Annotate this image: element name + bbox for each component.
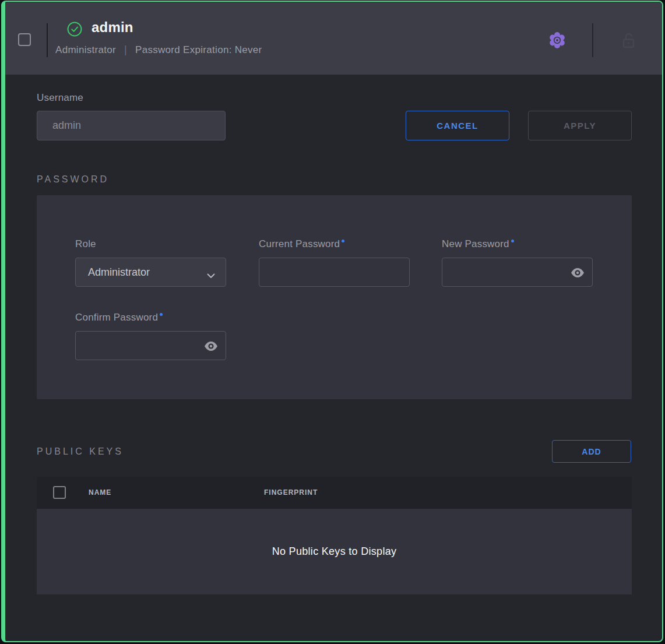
password-card: Role Administrator Current Password New … bbox=[37, 195, 632, 399]
unlock-button[interactable] bbox=[618, 30, 638, 50]
password-expiration-text: Password Expiration: Never bbox=[135, 44, 262, 56]
column-header-fingerprint: FINGERPRINT bbox=[264, 488, 318, 497]
column-header-name: NAME bbox=[89, 488, 111, 497]
user-role-text: Administrator bbox=[55, 44, 116, 56]
role-select[interactable]: Administrator bbox=[75, 258, 226, 287]
role-select-value: Administrator bbox=[88, 266, 150, 279]
confirm-password-label: Confirm Password bbox=[75, 312, 163, 323]
public-keys-section-heading: PUBLIC KEYS bbox=[37, 446, 124, 457]
row-select-checkbox[interactable] bbox=[18, 33, 31, 46]
gear-icon bbox=[547, 44, 568, 52]
add-public-key-button[interactable]: ADD bbox=[552, 440, 631, 463]
subtitle-separator: | bbox=[124, 44, 127, 56]
toggle-password-visibility-button[interactable] bbox=[570, 267, 585, 279]
username-label: Username bbox=[37, 92, 83, 104]
cancel-button[interactable]: CANCEL bbox=[406, 111, 509, 140]
confirm-password-field-wrap bbox=[75, 331, 226, 360]
new-password-label: New Password bbox=[442, 238, 514, 250]
public-keys-table-header: NAME FINGERPRINT bbox=[37, 477, 632, 509]
password-section-heading: PASSWORD bbox=[37, 174, 109, 185]
required-dot bbox=[342, 240, 344, 242]
header-subtitle: Administrator | Password Expiration: Nev… bbox=[55, 44, 262, 56]
empty-table-message: No Public Keys to Display bbox=[272, 546, 397, 558]
page-title: admin bbox=[92, 19, 133, 36]
required-dot bbox=[511, 240, 514, 242]
new-password-field-wrap bbox=[442, 258, 593, 287]
check-circle-icon bbox=[67, 22, 82, 37]
user-detail-panel: admin Administrator | Password Expiratio… bbox=[1, 1, 663, 642]
current-password-input[interactable] bbox=[259, 258, 409, 286]
current-password-field-wrap bbox=[259, 258, 410, 287]
eye-icon bbox=[570, 272, 585, 280]
public-keys-table-body: No Public Keys to Display bbox=[37, 509, 632, 594]
select-all-checkbox[interactable] bbox=[53, 486, 66, 499]
chevron-down-icon bbox=[207, 270, 215, 281]
toggle-password-visibility-button[interactable] bbox=[203, 340, 219, 352]
current-password-label: Current Password bbox=[259, 238, 344, 250]
required-dot bbox=[160, 313, 163, 316]
settings-button[interactable] bbox=[547, 30, 568, 51]
unlock-icon bbox=[618, 43, 638, 52]
eye-icon bbox=[203, 345, 219, 354]
header-divider bbox=[592, 23, 593, 57]
header: admin Administrator | Password Expiratio… bbox=[5, 2, 662, 75]
apply-button[interactable]: APPLY bbox=[528, 111, 632, 140]
role-label: Role bbox=[75, 238, 96, 250]
username-input[interactable] bbox=[37, 111, 226, 140]
header-divider bbox=[47, 23, 48, 57]
